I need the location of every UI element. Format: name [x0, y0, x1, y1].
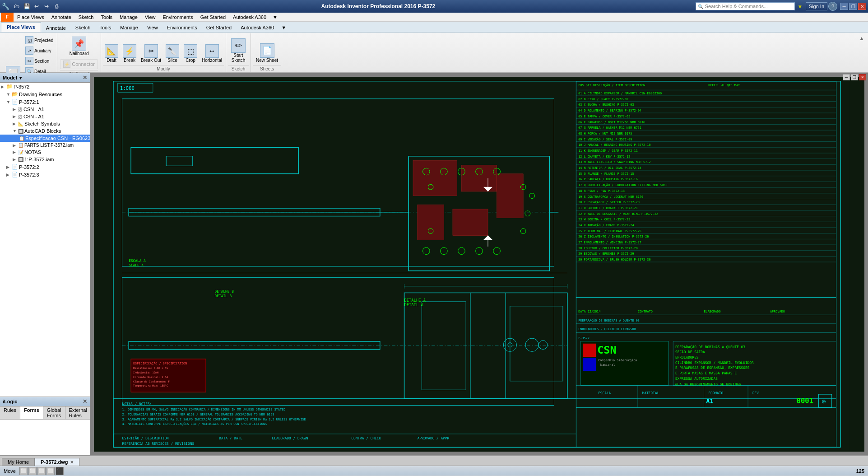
svg-text:03  C  BUCHA / BUSHING        : 03 C BUCHA / BUSHING P-3572-03	[578, 103, 634, 107]
view-icon-1[interactable]: ⬜	[19, 467, 28, 475]
btn-auxiliary[interactable]: ↗ Auxiliary	[23, 46, 55, 56]
ribbon-collapse-btn[interactable]: ▲	[859, 35, 864, 42]
canvas-tab-myhome[interactable]: My Home	[2, 458, 35, 466]
btn-projected[interactable]: ◱ Projected	[23, 35, 55, 45]
btn-break[interactable]: ⚡ Break	[121, 43, 138, 64]
ilogic-tab-rules[interactable]: Rules	[0, 406, 20, 419]
window-close-btn[interactable]: ✕	[858, 3, 866, 10]
canvas-area[interactable]: ─ ❐ ✕ 1:000	[90, 73, 868, 455]
svg-text:25  Y  TERMINAL / TERMINAL    : 25 Y TERMINAL / TERMINAL P-3572-25	[578, 229, 641, 233]
menu-get-started[interactable]: Get Started	[197, 13, 229, 21]
tab-view[interactable]: View	[143, 23, 162, 32]
sign-in-btn[interactable]: Sign In	[806, 2, 827, 10]
tree-item-csn-a1-1[interactable]: ▶ 🖼 CSN - A1	[0, 106, 90, 113]
btn-horizontal[interactable]: ↔ Horizontal	[200, 43, 224, 64]
btn-draft[interactable]: 📐 Draft	[103, 43, 120, 64]
tab-tools[interactable]: Tools	[95, 23, 116, 32]
qat-new-btn[interactable]: 🗁	[12, 2, 21, 11]
search-input[interactable]	[705, 4, 782, 9]
titlebar-star-icon[interactable]: ★	[796, 2, 805, 11]
ribbon-group-modify-label: Modify	[103, 65, 224, 72]
search-bar[interactable]: 🔍	[696, 2, 795, 10]
tree-item-sketch-symbols[interactable]: ▶ 📐 Sketch Symbols	[0, 120, 90, 127]
tree-item-parts-list[interactable]: ▶ 📋 PARTS LIST:P-3572.iam	[0, 142, 90, 149]
svg-text:04  D  ROLAMENTO / BEARING    : 04 D ROLAMENTO / BEARING P-3572-04	[578, 109, 641, 112]
canvas-close-btn[interactable]: ✕	[859, 74, 866, 80]
tree-item-drawing-resources[interactable]: ▼ 📂 Drawing Resources	[0, 90, 90, 98]
qat-redo-btn[interactable]: ↪	[42, 2, 51, 11]
tab-annotate[interactable]: Annotate	[41, 23, 71, 32]
menu-a360[interactable]: Autodesk A360	[229, 13, 270, 21]
menu-environments[interactable]: Environments	[159, 13, 197, 21]
p3572-tab-close[interactable]: ✕	[70, 460, 74, 465]
tree-item-view-1[interactable]: ▶ 🔲 1:P-3572.iam	[0, 156, 90, 163]
qat-undo-btn[interactable]: ↩	[32, 2, 41, 11]
tab-environments[interactable]: Environments	[162, 23, 202, 32]
tab-place-views[interactable]: Place Views	[1, 22, 41, 32]
btn-breakout[interactable]: ✂ Break Out	[139, 43, 163, 64]
qat-print-btn[interactable]: ⎙	[52, 2, 61, 11]
drawing-area[interactable]: 1:000	[94, 77, 864, 452]
tree-item-p3572-1[interactable]: ▼ 📄 P-3572:1	[0, 98, 90, 106]
menu-place-views[interactable]: Place Views	[14, 13, 48, 21]
btn-nailboard[interactable]: 📌 Nailboard	[66, 35, 92, 57]
coordinate-display: 125	[856, 468, 864, 474]
model-dropdown-icon[interactable]: ▼	[19, 75, 23, 80]
ilogic-tab-forms[interactable]: Forms	[20, 406, 43, 419]
tree-item-especificacao[interactable]: 📋 Especificacao CSN - EG062300	[0, 135, 90, 142]
tab-get-started[interactable]: Get Started	[202, 23, 236, 32]
view-icon-4[interactable]: ⬜	[46, 467, 55, 475]
canvas-tab-p3572[interactable]: P-3572.dwg ✕	[35, 458, 79, 466]
btn-new-sheet[interactable]: 📄 New Sheet	[253, 42, 281, 64]
btn-section[interactable]: ✂ Section	[23, 56, 55, 66]
view-icon-3[interactable]: ⬜	[37, 467, 46, 475]
svg-text:11  K  ENGRENAGEM / GEAR      : 11 K ENGRENAGEM / GEAR P-3572-11	[578, 149, 638, 153]
svg-text:DETALHE B: DETALHE B	[215, 289, 234, 294]
canvas-restore-btn[interactable]: ❐	[851, 74, 858, 80]
search-icon: 🔍	[698, 4, 703, 9]
svg-text:REFER. AL  QTD  MAT: REFER. AL QTD MAT	[708, 84, 740, 87]
window-minimize-btn[interactable]: ─	[840, 3, 848, 10]
canvas-window-controls: ─ ❐ ✕	[843, 74, 866, 80]
tab-a360[interactable]: Autodesk A360	[236, 23, 279, 32]
btn-crop[interactable]: ⬚ Crop	[182, 43, 199, 64]
tree-item-notas[interactable]: ▶ 📝 NOTAS	[0, 149, 90, 156]
menu-sketch[interactable]: Sketch	[75, 13, 97, 21]
ilogic-close-btn[interactable]: ✕	[83, 398, 87, 405]
tree-item-p3572[interactable]: ▶ 📁 P-3572	[0, 83, 90, 90]
tab-sketch[interactable]: Sketch	[71, 23, 95, 32]
ribbon-content: ⬜ Base ◱ Projected ↗ Auxiliary ✂ Section	[0, 33, 868, 72]
tree-item-p3572-2[interactable]: ▶ 📄 P-3572:2	[0, 163, 90, 171]
svg-text:ELABORADO / DRAWN: ELABORADO / DRAWN	[272, 436, 308, 440]
tree-label-parts-list: PARTS LIST:P-3572.iam	[24, 143, 74, 148]
tree-item-csn-a1-2[interactable]: ▶ 🖼 CSN - A1	[0, 113, 90, 120]
view-icon-2[interactable]: ⬜	[28, 467, 37, 475]
canvas-minimize-btn[interactable]: ─	[843, 74, 850, 80]
menu-tools[interactable]: Tools	[97, 13, 116, 21]
btn-slice[interactable]: 🔪 Slice	[164, 43, 181, 64]
help-btn[interactable]: ?	[828, 2, 837, 11]
svg-text:07  G  ARRUELA / WASHER M12   : 07 G ARRUELA / WASHER M12 NBR 6751	[578, 126, 641, 130]
svg-text:Temperatura Max: 155°C: Temperatura Max: 155°C	[133, 384, 168, 387]
svg-text:DETAIL B: DETAIL B	[215, 294, 232, 298]
btn-connector[interactable]: ⚡ Connector	[60, 59, 98, 69]
tab-manage[interactable]: Manage	[116, 23, 143, 32]
model-panel-close-btn[interactable]: ✕	[83, 75, 87, 81]
btn-start-sketch[interactable]: ✏ Start Sketch	[228, 37, 249, 64]
menu-file[interactable]: F	[1, 13, 14, 22]
qat-save-btn[interactable]: 💾	[22, 2, 31, 11]
ilogic-tab-global-forms[interactable]: Global Forms	[43, 406, 65, 419]
svg-text:17  Q  LUBRIFICAÇÃO / LUBRICAT: 17 Q LUBRIFICAÇÃO / LUBRICATION FITTING …	[578, 183, 667, 187]
ilogic-tab-external-rules[interactable]: External Rules	[65, 406, 91, 419]
tab-dropdown[interactable]: ▼	[279, 23, 289, 32]
window-restore-btn[interactable]: ❐	[849, 3, 857, 10]
svg-text:ESCALA A: ESCALA A	[129, 259, 146, 263]
tree-item-autocad-blocks[interactable]: ▼ 🔲 AutoCAD Blocks	[0, 127, 90, 135]
svg-text:EXPRESSA AUTORIZADAS: EXPRESSA AUTORIZADAS	[675, 377, 718, 381]
menu-view[interactable]: View	[141, 13, 159, 21]
view-icon-5[interactable]: ⬛	[56, 467, 64, 475]
menu-annotate[interactable]: Annotate	[48, 13, 75, 21]
menu-manage[interactable]: Manage	[116, 13, 141, 21]
tree-item-p3572-3[interactable]: ▶ 📄 P-3572:3	[0, 171, 90, 178]
menu-dropdown-arrow[interactable]: ▼	[270, 13, 280, 21]
